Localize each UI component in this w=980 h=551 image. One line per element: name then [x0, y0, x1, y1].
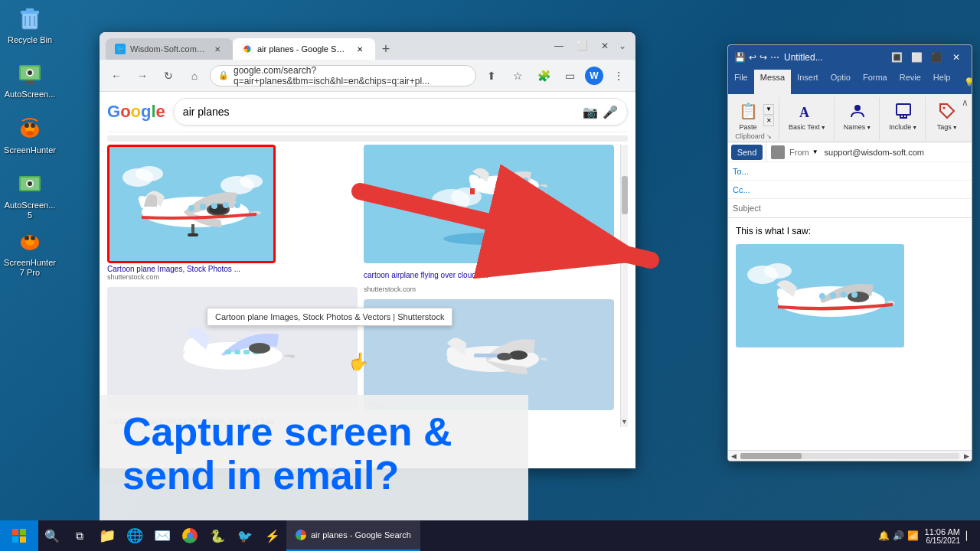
taskbar-app2[interactable]: 🐦 — [231, 520, 259, 551]
featured-image — [107, 145, 276, 263]
include-label: Include ▼ — [889, 123, 917, 131]
paste-dropdown-btn[interactable]: ▼ — [763, 104, 774, 115]
image2-container[interactable] — [364, 145, 614, 263]
cc-label[interactable]: Cc... — [733, 185, 779, 194]
save-icon[interactable]: 💾 — [734, 52, 746, 63]
browser-main: Google 📷 🎤 — [100, 92, 635, 427]
tell-me-box[interactable]: 💡 Tell me — [956, 70, 972, 94]
scroll-arrow-down[interactable]: ▼ — [621, 416, 628, 427]
undo-icon[interactable]: ↩ — [749, 52, 756, 63]
tab-file[interactable]: File — [728, 70, 754, 94]
taskbar-edge[interactable]: 🌐 — [121, 520, 149, 551]
share-button[interactable]: ⬆ — [481, 65, 502, 86]
reload-button[interactable]: ↻ — [158, 65, 179, 86]
start-button[interactable] — [0, 520, 38, 551]
close-button[interactable]: ✕ — [594, 35, 616, 57]
svg-point-63 — [497, 353, 512, 360]
scroll-left-button[interactable]: ◀ — [728, 451, 739, 461]
svg-point-14 — [24, 123, 29, 128]
tab-format[interactable]: Forma — [857, 70, 893, 94]
taskbar-browser-label: air planes - Google Search — [311, 530, 411, 540]
forward-button[interactable]: → — [132, 65, 153, 86]
screen-button[interactable]: ▭ — [559, 65, 580, 86]
svg-point-37 — [223, 202, 229, 208]
tab-help[interactable]: Help — [927, 70, 957, 94]
bookmark-button[interactable]: ☆ — [507, 65, 528, 86]
taskbar-explorer[interactable]: 📁 — [93, 520, 121, 551]
taskbar-mail[interactable]: ✉️ — [149, 520, 176, 551]
airplane-svg-1 — [115, 155, 268, 254]
camera-search-icon[interactable]: 📷 — [583, 105, 598, 119]
browser-tab-twitter[interactable]: 🐦 Wisdom-Soft.com (@wisdom_so... ✕ — [106, 38, 233, 60]
capture-text-line1: Capture screen & — [122, 410, 505, 454]
taskbar-items: 📁 🌐 ✉️ 🐍 🐦 ⚡ — [93, 520, 871, 551]
cc-input[interactable] — [779, 185, 967, 194]
speaker-icon[interactable]: 🔊 — [893, 530, 904, 541]
extensions-button[interactable]: 🧩 — [533, 65, 554, 86]
tab-review[interactable]: Revie — [893, 70, 927, 94]
paste-button[interactable]: 📋 Paste — [733, 97, 763, 132]
desktop-icon-autoscreen2[interactable]: AutoScreen... 5 — [3, 168, 57, 220]
email-maximize-button[interactable]: ⬛ — [927, 50, 946, 65]
taskbar-chrome[interactable] — [176, 520, 204, 551]
send-button[interactable]: Send — [731, 145, 763, 160]
google-search-bar[interactable]: 📷 🎤 — [173, 98, 628, 126]
browser-tab-google[interactable]: air planes - Google Search ✕ — [233, 38, 375, 60]
ribbon-collapse-btn[interactable]: ∧ — [962, 97, 969, 108]
to-label[interactable]: To... — [733, 167, 779, 176]
featured-image-container[interactable]: Cartoon plane Images, Stock Photos ... s… — [107, 145, 358, 281]
desktop-icon-screenhunter7[interactable]: ScreenHunter 7 Pro — [3, 226, 57, 278]
basic-text-button[interactable]: A Basic Text ▼ — [786, 97, 829, 132]
voice-search-icon[interactable]: 🎤 — [603, 105, 618, 119]
minimize-button[interactable]: — — [548, 35, 570, 57]
task-view-button[interactable]: ⧉ — [66, 520, 93, 551]
tab2-close[interactable]: ✕ — [354, 43, 366, 55]
more-icon[interactable]: ⋯ — [770, 52, 779, 63]
taskbar-app3[interactable]: ⚡ — [259, 520, 286, 551]
address-bar[interactable]: 🔒 google.com/search?q=air+planes&tbm=isc… — [210, 65, 476, 86]
paste-option-btn[interactable]: ✕ — [763, 116, 774, 126]
show-desktop-button[interactable]: ▏ — [966, 531, 972, 541]
desktop-icon-autoscreen1[interactable]: AutoScreen... — [3, 57, 57, 99]
tags-button[interactable]: Tags ▼ — [932, 97, 962, 132]
desktop-icon-screenhunter[interactable]: ScreenHunter — [3, 113, 57, 155]
svg-rect-2 — [26, 8, 34, 11]
email-close-button[interactable]: ✕ — [947, 50, 965, 65]
google-search-input[interactable] — [183, 106, 577, 118]
redo-icon[interactable]: ↪ — [760, 52, 767, 63]
menu-button[interactable]: ⋮ — [608, 65, 629, 86]
tab-options[interactable]: Optio — [825, 70, 857, 94]
email-scrollbar[interactable]: ◀ ▶ — [728, 450, 972, 461]
back-button[interactable]: ← — [106, 65, 127, 86]
taskbar-browser-item[interactable]: air planes - Google Search — [286, 520, 420, 551]
names-button[interactable]: Names ▼ — [841, 97, 874, 132]
network-icon[interactable]: 📶 — [907, 530, 919, 541]
to-input[interactable] — [779, 167, 967, 176]
tab1-close[interactable]: ✕ — [211, 43, 224, 55]
tab-insert[interactable]: Insert — [791, 70, 825, 94]
clipboard-arrow[interactable]: ↘ — [766, 133, 772, 140]
basic-text-dropdown: ▼ — [821, 125, 826, 130]
svg-rect-80 — [12, 529, 18, 535]
notification-icon[interactable]: 🔔 — [878, 530, 890, 541]
scroll-right-button[interactable]: ▶ — [961, 451, 972, 461]
basic-text-group: A Basic Text ▼ — [781, 97, 835, 140]
include-button[interactable]: Include ▼ — [886, 97, 920, 132]
subject-input[interactable] — [779, 204, 967, 213]
tab-overflow-button[interactable]: ⌄ — [619, 41, 626, 51]
home-button[interactable]: ⌂ — [184, 65, 205, 86]
search-taskbar-button[interactable]: 🔍 — [38, 520, 66, 551]
email-minimize-button[interactable]: 🔳 — [887, 50, 906, 65]
profile-avatar[interactable]: W — [585, 67, 603, 85]
image3-container[interactable] — [107, 287, 358, 409]
email-restore-button[interactable]: ⬜ — [907, 50, 926, 65]
tab-message[interactable]: Messa — [754, 70, 791, 94]
maximize-button[interactable]: ⬜ — [571, 35, 593, 57]
desktop-icon-recycle-bin[interactable]: Recycle Bin — [3, 3, 57, 45]
taskbar-app1[interactable]: 🐍 — [204, 520, 231, 551]
new-tab-button[interactable]: + — [375, 38, 397, 60]
ribbon-content: 📋 Paste ▼ ✕ Clipboard ↘ A — [728, 94, 972, 142]
from-dropdown-icon[interactable]: ▼ — [812, 148, 818, 155]
from-value: support@wisdom-soft.com — [825, 148, 924, 157]
browser-scrollbar[interactable]: ▼ — [620, 145, 628, 427]
